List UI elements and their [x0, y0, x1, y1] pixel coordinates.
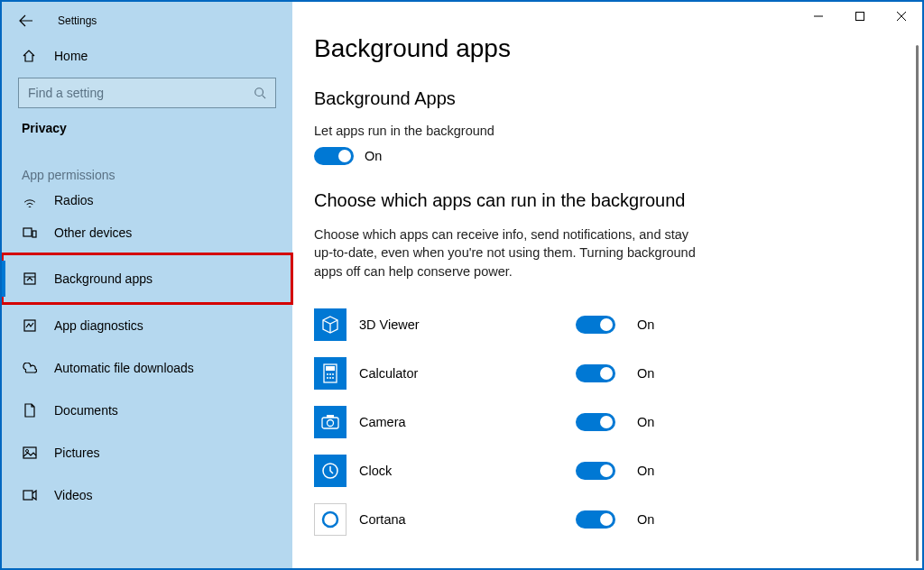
sidebar-item-label: Other devices — [54, 225, 132, 240]
svg-rect-8 — [856, 13, 864, 21]
sidebar-item-file-downloads[interactable]: Automatic file downloads — [2, 346, 292, 389]
master-toggle-label: Let apps run in the background — [314, 124, 922, 138]
app-name: Camera — [359, 415, 576, 429]
cube-icon — [314, 308, 346, 341]
search-input-wrap[interactable] — [18, 78, 276, 108]
clock-icon — [314, 455, 346, 487]
svg-rect-2 — [32, 231, 36, 237]
app-row-3d-viewer: 3D Viewer On — [314, 300, 922, 349]
sidebar-item-label: App diagnostics — [54, 318, 143, 333]
maximize-button[interactable] — [839, 2, 881, 31]
svg-rect-10 — [326, 366, 335, 371]
svg-point-13 — [332, 373, 334, 375]
svg-rect-5 — [23, 447, 36, 458]
sidebar-item-pictures[interactable]: Pictures — [2, 431, 292, 473]
svg-point-12 — [329, 373, 331, 375]
section-description: Choose which apps can receive info, send… — [314, 225, 711, 280]
sidebar-item-label: Automatic file downloads — [54, 361, 194, 375]
titlebar: Settings — [2, 2, 292, 40]
section-privacy: Privacy — [2, 121, 292, 142]
sidebar-item-label: Radios — [54, 193, 94, 207]
svg-point-0 — [255, 88, 263, 97]
main-content: Background apps Background Apps Let apps… — [292, 2, 922, 568]
downloads-icon — [22, 363, 38, 373]
svg-point-16 — [332, 377, 334, 379]
maximize-icon — [855, 11, 865, 22]
svg-point-6 — [26, 449, 29, 452]
page-title: Background apps — [314, 34, 922, 63]
app-toggle-state: On — [637, 512, 654, 527]
app-diagnostics-icon — [22, 318, 38, 333]
group-app-permissions: App permissions — [2, 142, 292, 188]
sidebar-item-label: Pictures — [54, 446, 100, 460]
background-apps-icon — [22, 271, 38, 286]
svg-point-15 — [329, 377, 331, 379]
sidebar-item-label: Videos — [54, 488, 93, 502]
radios-icon — [22, 198, 38, 207]
sidebar-item-app-diagnostics[interactable]: App diagnostics — [2, 304, 292, 346]
minimize-button[interactable] — [798, 2, 839, 31]
documents-icon — [22, 403, 38, 418]
sidebar-item-videos[interactable]: Videos — [2, 473, 292, 516]
sidebar-item-documents[interactable]: Documents — [2, 389, 292, 431]
svg-rect-17 — [322, 418, 338, 428]
window-title: Settings — [58, 14, 97, 27]
calculator-icon — [314, 357, 346, 390]
close-button[interactable] — [881, 2, 922, 31]
svg-point-11 — [327, 373, 328, 375]
app-toggle-clock[interactable] — [576, 462, 615, 480]
search-input[interactable] — [28, 86, 254, 100]
app-toggle-state: On — [637, 415, 654, 429]
svg-point-14 — [327, 377, 328, 379]
scrollbar[interactable] — [916, 45, 919, 561]
home-icon — [22, 49, 38, 63]
minimize-icon — [813, 11, 824, 22]
sidebar-item-label: Documents — [54, 403, 118, 418]
nav-home-label: Home — [54, 49, 88, 63]
window-controls — [798, 2, 922, 38]
app-name: Cortana — [359, 512, 576, 527]
other-devices-icon — [22, 226, 38, 239]
back-button[interactable] — [14, 9, 38, 32]
sidebar-item-background-apps[interactable]: Background apps — [2, 253, 292, 304]
svg-rect-19 — [327, 415, 334, 418]
section-title-master: Background Apps — [314, 88, 922, 109]
search-icon — [254, 87, 266, 99]
arrow-left-icon — [19, 14, 33, 28]
cortana-icon — [314, 503, 346, 536]
master-toggle[interactable] — [314, 147, 354, 165]
master-toggle-state: On — [365, 149, 382, 163]
app-toggle-3d-viewer[interactable] — [576, 316, 615, 334]
app-name: Calculator — [359, 366, 576, 381]
sidebar: Settings Home Privacy App permissions Ra… — [2, 2, 292, 568]
videos-icon — [22, 490, 38, 501]
sidebar-item-other-devices[interactable]: Other devices — [2, 211, 292, 253]
camera-icon — [314, 406, 346, 438]
section-title-choose: Choose which apps can run in the backgro… — [314, 190, 922, 211]
svg-point-18 — [328, 419, 334, 426]
app-toggle-state: On — [637, 317, 654, 332]
app-toggle-calculator[interactable] — [576, 364, 615, 382]
app-row-cortana: Cortana On — [314, 495, 922, 544]
app-row-camera: Camera On — [314, 398, 922, 446]
nav-home[interactable]: Home — [2, 40, 292, 72]
app-name: Clock — [359, 464, 576, 478]
close-icon — [896, 11, 907, 22]
app-toggle-cortana[interactable] — [576, 510, 615, 529]
app-name: 3D Viewer — [359, 317, 576, 332]
app-toggle-state: On — [637, 464, 654, 478]
svg-point-21 — [323, 512, 337, 527]
sidebar-item-label: Background apps — [54, 271, 152, 286]
svg-rect-7 — [23, 491, 32, 500]
app-row-clock: Clock On — [314, 446, 922, 495]
svg-rect-3 — [24, 273, 35, 284]
sidebar-item-radios[interactable]: Radios — [2, 188, 292, 211]
app-toggle-camera[interactable] — [576, 413, 615, 431]
app-toggle-state: On — [637, 366, 654, 381]
app-row-calculator: Calculator On — [314, 349, 922, 398]
svg-rect-1 — [23, 228, 32, 236]
pictures-icon — [22, 446, 38, 459]
